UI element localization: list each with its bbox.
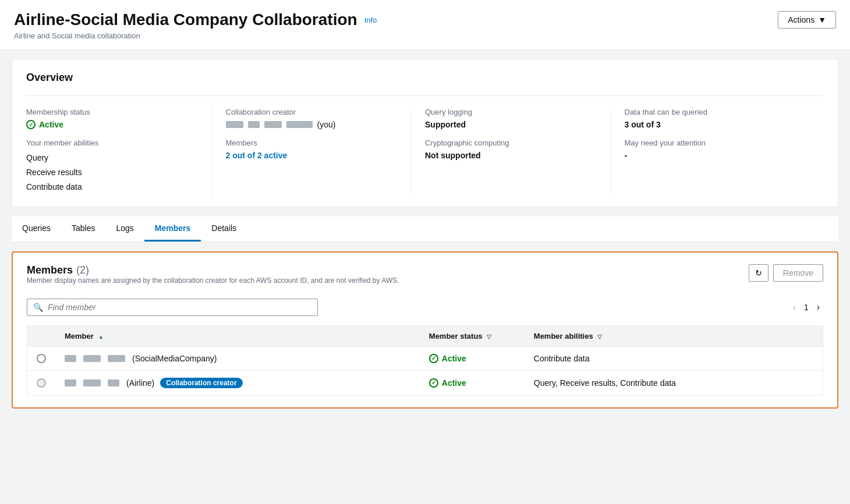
redacted-b2 [83, 379, 101, 386]
next-page-button[interactable]: › [813, 301, 823, 314]
redacted-b3 [108, 379, 119, 386]
table-row: (Airline) Collaboration creator Active Q… [27, 370, 823, 395]
cell-status-1: Active [420, 346, 525, 370]
status-text-1: Active [442, 354, 466, 363]
sort-desc-icon: ▽ [487, 333, 491, 340]
data-queried-label: Data that can be queried [625, 108, 810, 116]
redacted-4 [286, 121, 313, 128]
query-section: Query logging Supported Cryptographic co… [425, 108, 611, 195]
sort-asc-icon: ▲ [98, 333, 104, 340]
redacted-a1 [65, 355, 76, 362]
table-header: Member ▲ Member status ▽ Member abilitie… [27, 325, 823, 346]
refresh-icon: ↻ [755, 268, 762, 278]
redacted-1 [226, 121, 243, 128]
col-header-abilities[interactable]: Member abilities ▽ [525, 325, 823, 346]
header-top: Airline-Social Media Company Collaborati… [14, 10, 836, 29]
col-header-status[interactable]: Member status ▽ [420, 325, 525, 346]
pagination: ‹ 1 › [789, 301, 823, 314]
cell-status-2: Active [420, 370, 525, 395]
member-abilities-label: Your member abilities [26, 139, 197, 147]
tab-tables[interactable]: Tables [61, 216, 105, 242]
abilities-text-2: Query, Receive results, Contribute data [534, 378, 676, 388]
data-section: Data that can be queried 3 out of 3 May … [625, 108, 824, 195]
page-number: 1 [804, 303, 809, 312]
data-queried-value: 3 out of 3 [625, 120, 810, 129]
actions-button[interactable]: Actions ▼ [778, 11, 836, 29]
cell-radio-1 [27, 346, 56, 370]
remove-button[interactable]: Remove [773, 264, 823, 282]
query-logging-value: Supported [425, 120, 596, 129]
members-count: (2) [76, 264, 89, 276]
table-row: (SocialMediaCompany) Active Contribute d… [27, 346, 823, 370]
member-cell-1: (SocialMediaCompany) [65, 354, 410, 363]
chevron-down-icon: ▼ [818, 15, 826, 24]
members-title-group: Members (2) Member display names are ass… [27, 264, 399, 294]
tab-logs[interactable]: Logs [106, 216, 144, 242]
page-subtitle: Airline and Social media collaboration [14, 31, 836, 40]
membership-section: Membership status Active Your member abi… [26, 108, 212, 195]
active-status-text: Active [39, 120, 63, 129]
cell-radio-2 [27, 370, 56, 395]
search-row: 🔍 ‹ 1 › [27, 299, 823, 316]
tabs-container: Queries Tables Logs Members Details [12, 216, 838, 242]
check-circle-icon [26, 120, 36, 129]
redacted-a2 [83, 355, 101, 362]
search-box[interactable]: 🔍 [27, 299, 318, 316]
refresh-button[interactable]: ↻ [749, 264, 768, 282]
member-name-2: (Airline) [126, 378, 154, 388]
abilities-list: Query Receive results Contribute data [26, 151, 197, 195]
ability-receive: Receive results [26, 165, 197, 180]
cell-abilities-2: Query, Receive results, Contribute data [525, 370, 823, 395]
tab-details[interactable]: Details [201, 216, 247, 242]
redacted-2 [248, 121, 260, 128]
members-link[interactable]: 2 out of 2 active [226, 151, 288, 160]
creator-section: Collaboration creator (you) Members 2 ou… [226, 108, 412, 195]
creator-row: (you) [226, 120, 397, 129]
check-icon-2 [429, 378, 438, 388]
overview-card: Overview Membership status Active Your m… [12, 59, 838, 207]
attention-label: May need your attention [625, 139, 810, 147]
crypto-value: Not supported [425, 151, 596, 160]
members-actions: ↻ Remove [749, 264, 823, 282]
members-table: Member ▲ Member status ▽ Member abilitie… [27, 325, 823, 396]
ability-query: Query [26, 151, 197, 165]
redacted-b1 [65, 379, 76, 386]
page-title: Airline-Social Media Company Collaborati… [14, 10, 357, 29]
abilities-text-1: Contribute data [534, 354, 590, 363]
members-label: Members [226, 139, 397, 147]
member-name-1: (SocialMediaCompany) [132, 354, 217, 363]
prev-page-button[interactable]: ‹ [789, 301, 799, 314]
col-header-member[interactable]: Member ▲ [55, 325, 420, 346]
tab-queries[interactable]: Queries [12, 216, 61, 242]
member-cell-2: (Airline) Collaboration creator [65, 378, 410, 388]
overview-grid: Membership status Active Your member abi… [26, 95, 824, 195]
table-body: (SocialMediaCompany) Active Contribute d… [27, 346, 823, 395]
collab-creator-badge: Collaboration creator [160, 378, 242, 388]
status-text-2: Active [442, 378, 466, 388]
members-section: Members (2) Member display names are ass… [12, 251, 838, 409]
cell-member-1: (SocialMediaCompany) [55, 346, 420, 370]
attention-value: - [625, 151, 810, 160]
members-subtitle: Member display names are assigned by the… [27, 276, 399, 285]
members-header: Members (2) Member display names are ass… [27, 264, 823, 294]
search-icon: 🔍 [33, 303, 43, 312]
creator-label: Collaboration creator [226, 108, 397, 116]
overview-title: Overview [26, 72, 824, 84]
tab-members[interactable]: Members [144, 216, 201, 242]
actions-label: Actions [788, 15, 814, 24]
status-active-2: Active [429, 378, 515, 388]
membership-status-label: Membership status [26, 108, 197, 116]
page-container: Airline-Social Media Company Collaborati… [0, 0, 850, 409]
radio-button-1[interactable] [37, 354, 46, 363]
radio-button-2[interactable] [37, 378, 46, 388]
check-icon-1 [429, 354, 438, 363]
search-input[interactable] [48, 303, 311, 312]
redacted-3 [264, 121, 282, 128]
sort-desc-icon-2: ▽ [597, 333, 602, 340]
col-header-select [27, 325, 56, 346]
redacted-a3 [108, 355, 125, 362]
info-link[interactable]: Info [364, 16, 377, 24]
page-header: Airline-Social Media Company Collaborati… [0, 0, 850, 50]
creator-you: (you) [317, 120, 336, 129]
membership-status-value: Active [26, 120, 197, 129]
